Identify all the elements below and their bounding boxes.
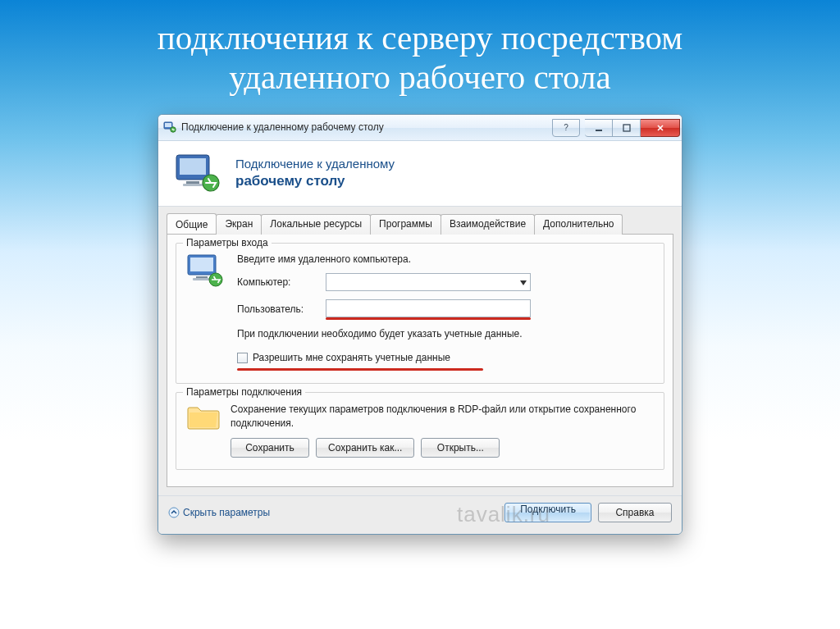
help-button[interactable]: ? <box>552 119 580 137</box>
svg-rect-12 <box>190 258 213 271</box>
dialog-footer: Скрыть параметры Подключить Справка tava… <box>158 495 682 534</box>
login-group-legend: Параметры входа <box>183 237 272 248</box>
banner-line2: рабочему столу <box>235 172 395 189</box>
save-button[interactable]: Сохранить <box>231 438 309 458</box>
titlebar[interactable]: Подключение к удаленному рабочему столу … <box>158 115 682 141</box>
checkbox-underline-marker <box>237 368 483 371</box>
tabbar: Общие Экран Локальные ресурсы Программы … <box>158 207 682 234</box>
connection-group: Параметры подключения Сохранение текущих… <box>176 392 664 469</box>
help-footer-button[interactable]: Справка <box>598 503 672 522</box>
computer-icon <box>186 253 224 288</box>
user-underline-marker <box>326 317 531 320</box>
connect-button[interactable]: Подключить <box>504 503 591 522</box>
allow-save-label: Разрешить мне сохранять учетные данные <box>253 352 450 363</box>
credentials-hint: При подключении необходимо будет указать… <box>237 328 654 341</box>
login-group: Параметры входа Введите имя удаленного к… <box>176 243 664 385</box>
maximize-button[interactable] <box>613 119 641 137</box>
tab-general[interactable]: Общие <box>167 213 217 234</box>
save-as-button[interactable]: Сохранить как... <box>316 438 414 458</box>
svg-rect-9 <box>183 184 203 186</box>
rdp-app-icon <box>163 121 176 134</box>
user-label: Пользователь: <box>237 303 317 315</box>
banner: Подключение к удаленному рабочему столу <box>158 141 682 207</box>
open-button[interactable]: Открыть... <box>421 438 500 458</box>
minimize-button[interactable] <box>585 119 613 137</box>
connection-group-legend: Параметры подключения <box>183 386 305 398</box>
login-intro: Введите имя удаленного компьютера. <box>237 253 654 265</box>
chevron-up-icon <box>168 507 180 518</box>
hide-params-link[interactable]: Скрыть параметры <box>168 507 270 518</box>
rdp-banner-icon <box>175 153 222 193</box>
tabpage-general: Параметры входа Введите имя удаленного к… <box>167 234 673 487</box>
slide-title: подключения к серверу посредством удален… <box>158 18 683 98</box>
allow-save-checkbox[interactable] <box>237 353 248 363</box>
user-input[interactable] <box>326 299 531 317</box>
computer-label: Компьютер: <box>237 276 317 288</box>
banner-line1: Подключение к удаленному <box>235 157 395 172</box>
svg-rect-13 <box>196 276 208 278</box>
tab-experience[interactable]: Взаимодействие <box>441 214 535 235</box>
connection-text: Сохранение текущих параметров подключени… <box>231 403 654 429</box>
tab-advanced[interactable]: Дополнительно <box>534 214 623 235</box>
svg-text:?: ? <box>564 123 568 132</box>
close-button[interactable] <box>641 119 680 137</box>
svg-point-16 <box>169 508 179 517</box>
svg-rect-7 <box>180 158 206 175</box>
svg-rect-1 <box>165 123 171 127</box>
chevron-down-icon <box>520 276 527 288</box>
svg-rect-4 <box>596 130 602 131</box>
tab-programs[interactable]: Программы <box>370 214 441 235</box>
svg-rect-8 <box>186 181 199 184</box>
rdp-dialog: Подключение к удаленному рабочему столу … <box>158 114 682 535</box>
svg-rect-5 <box>623 125 630 131</box>
window-title: Подключение к удаленному рабочему столу <box>181 121 552 133</box>
window-controls: ? <box>552 119 680 137</box>
computer-combo[interactable] <box>326 273 531 291</box>
folder-icon <box>186 403 221 431</box>
tab-display[interactable]: Экран <box>216 214 262 235</box>
svg-rect-14 <box>193 278 211 280</box>
tab-local-resources[interactable]: Локальные ресурсы <box>261 214 371 235</box>
